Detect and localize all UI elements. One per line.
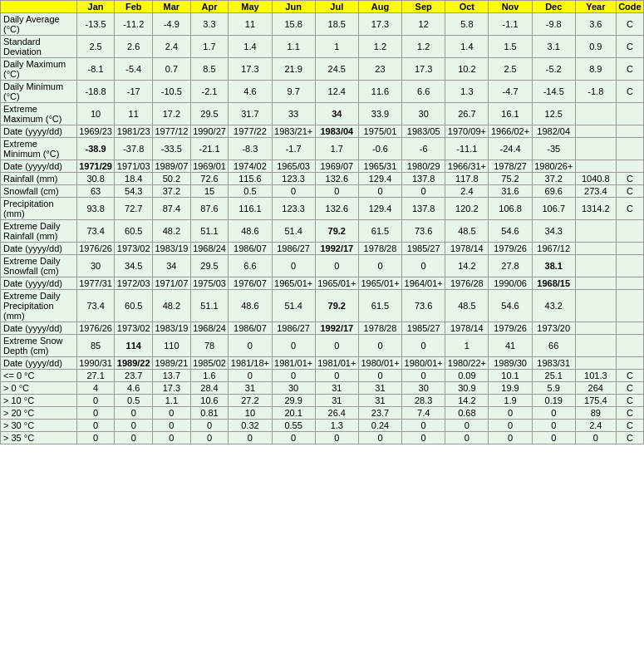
data-cell: 1.2	[358, 36, 401, 58]
data-cell: 48.5	[445, 220, 489, 243]
data-cell: 1981/01+	[272, 357, 315, 370]
data-cell: 0	[315, 185, 358, 198]
data-cell: 3.1	[532, 36, 575, 58]
data-cell: -0.6	[358, 138, 401, 160]
data-cell: 1986/07	[229, 322, 272, 335]
data-cell: 30	[402, 103, 445, 125]
data-cell: -10.5	[153, 81, 191, 103]
data-cell: C	[616, 58, 643, 81]
row-label: Precipitation (mm)	[1, 198, 77, 220]
data-cell: 12.4	[315, 81, 358, 103]
data-cell: 89	[575, 407, 616, 420]
data-cell: 0	[575, 432, 616, 444]
data-cell: 0	[76, 395, 115, 407]
data-cell: 31	[315, 395, 358, 407]
data-cell: 85	[76, 335, 115, 357]
data-cell: -9.8	[532, 13, 575, 36]
data-cell: 10.1	[489, 370, 532, 382]
table-row: Daily Maximum (°C)-8.1-5.40.78.517.321.9…	[1, 58, 644, 81]
data-cell: 93.8	[76, 198, 115, 220]
data-cell: 1989/21	[153, 357, 191, 370]
data-cell: 1972/03	[115, 277, 153, 290]
row-label: <= 0 °C	[1, 370, 77, 382]
row-label: Date (yyyy/dd)	[1, 277, 77, 290]
data-cell: 116.1	[229, 198, 272, 220]
data-cell: 54.6	[489, 290, 532, 322]
data-cell: 1969/07	[315, 160, 358, 173]
data-cell: 21.9	[272, 58, 315, 81]
data-cell: 0	[229, 432, 272, 444]
col-header-mar: Mar	[153, 1, 191, 13]
data-cell: 19.9	[489, 382, 532, 395]
data-cell: 1978/27	[489, 160, 532, 173]
col-header-aug: Aug	[358, 1, 401, 13]
data-cell: 1977/12	[153, 125, 191, 138]
data-cell: 73.4	[76, 290, 115, 322]
row-label: Extreme Daily Rainfall (mm)	[1, 220, 77, 243]
data-cell: 1985/27	[402, 243, 445, 255]
data-cell: C	[616, 395, 643, 407]
row-label: Daily Maximum (°C)	[1, 58, 77, 81]
data-cell: 26.7	[445, 103, 489, 125]
data-cell: 1981/01+	[315, 357, 358, 370]
data-cell: 75.2	[489, 173, 532, 185]
data-cell: 1976/07	[229, 277, 272, 290]
data-cell: 115.6	[229, 173, 272, 185]
data-cell: 1.4	[445, 36, 489, 58]
row-label: Extreme Maximum (°C)	[1, 103, 77, 125]
data-cell: 54.3	[115, 185, 153, 198]
table-row: > 30 °C00000.320.551.30.2400002.4C	[1, 420, 644, 432]
data-cell: 8.5	[190, 58, 229, 81]
table-row: Extreme Maximum (°C)101117.229.531.73334…	[1, 103, 644, 125]
data-cell: 15.8	[272, 13, 315, 36]
data-cell: 1979/26	[489, 243, 532, 255]
table-row: Extreme Snow Depth (cm)85114110780000014…	[1, 335, 644, 357]
data-cell: 1.1	[153, 395, 191, 407]
data-cell: 1986/27	[272, 243, 315, 255]
data-cell: 73.6	[402, 290, 445, 322]
data-cell: 41	[489, 335, 532, 357]
table-row: Precipitation (mm)93.872.787.487.6116.11…	[1, 198, 644, 220]
col-header-apr: Apr	[190, 1, 229, 13]
data-cell: 0	[190, 432, 229, 444]
data-cell: 27.8	[489, 255, 532, 277]
data-cell	[575, 255, 616, 277]
data-cell: 0	[445, 432, 489, 444]
row-label: Extreme Daily Snowfall (cm)	[1, 255, 77, 277]
data-cell: 1967/12	[532, 243, 575, 255]
data-cell: C	[616, 81, 643, 103]
row-label: > 35 °C	[1, 432, 77, 444]
data-cell: 0	[532, 432, 575, 444]
data-cell: 1992/17	[315, 243, 358, 255]
data-cell: C	[616, 198, 643, 220]
data-cell: 1971/29	[76, 160, 115, 173]
data-cell: 0	[272, 185, 315, 198]
data-cell: -11.2	[115, 13, 153, 36]
data-cell	[575, 290, 616, 322]
data-cell: 2.5	[489, 58, 532, 81]
data-cell: 123.3	[272, 198, 315, 220]
data-cell: 27.1	[76, 370, 115, 382]
row-label: > 10 °C	[1, 395, 77, 407]
data-cell: 30	[76, 255, 115, 277]
data-cell: 72.6	[190, 173, 229, 185]
data-cell: 0	[115, 407, 153, 420]
data-cell	[575, 322, 616, 335]
data-cell: 0	[115, 420, 153, 432]
data-cell	[575, 125, 616, 138]
data-cell: 1986/07	[229, 243, 272, 255]
table-row: > 0 °C44.617.328.4313031313030.919.95.92…	[1, 382, 644, 395]
data-cell: 0	[489, 407, 532, 420]
data-cell: 1976/26	[76, 322, 115, 335]
data-cell: 0	[76, 432, 115, 444]
data-cell: 1980/26+	[532, 160, 575, 173]
data-cell: 1975/01	[358, 125, 401, 138]
data-cell: 1983/05	[402, 125, 445, 138]
data-cell: 1965/01+	[315, 277, 358, 290]
header-row: Jan Feb Mar Apr May Jun Jul Aug Sep Oct …	[1, 1, 644, 13]
data-cell: 1981/23	[115, 125, 153, 138]
data-cell: 117.8	[445, 173, 489, 185]
data-cell: 72.7	[115, 198, 153, 220]
data-cell: 10	[229, 407, 272, 420]
data-cell: 5.8	[445, 13, 489, 36]
